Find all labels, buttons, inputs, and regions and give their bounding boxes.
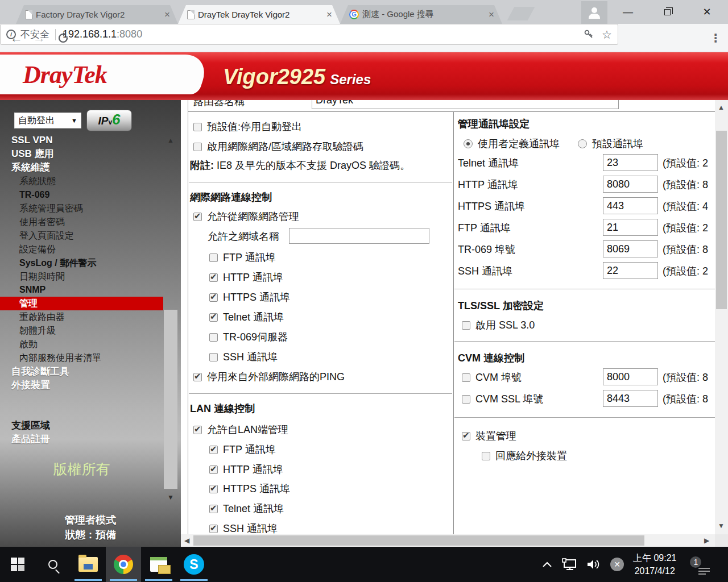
cvm-port-input[interactable] bbox=[603, 368, 658, 385]
router-name-input[interactable] bbox=[312, 100, 619, 109]
sidebar-item-admin-password[interactable]: 系統管理員密碼 bbox=[0, 202, 163, 215]
tr069-port-input[interactable] bbox=[603, 240, 658, 257]
vertical-scrollbar[interactable]: ▲ ▼ bbox=[715, 100, 728, 534]
http-port-input[interactable] bbox=[603, 176, 658, 193]
close-button[interactable]: ✕ bbox=[689, 0, 725, 24]
checkbox-checked[interactable] bbox=[193, 373, 202, 381]
checkbox-checked[interactable] bbox=[462, 432, 470, 440]
sidebar-item-support-area[interactable]: 支援區域 bbox=[0, 419, 163, 433]
chevron-up-icon[interactable] bbox=[542, 561, 552, 568]
checkbox-unchecked[interactable] bbox=[209, 333, 218, 342]
checkbox-checked[interactable] bbox=[209, 273, 218, 282]
checkbox-checked[interactable] bbox=[209, 465, 218, 474]
new-tab-button[interactable] bbox=[507, 7, 535, 20]
sidebar-item-snmp[interactable]: SNMP bbox=[0, 283, 163, 297]
checkbox-unchecked[interactable] bbox=[462, 395, 470, 404]
taskbar-file-explorer[interactable] bbox=[71, 547, 106, 582]
checkbox-checked[interactable] bbox=[209, 485, 218, 493]
sidebar-item-tr069[interactable]: TR-069 bbox=[0, 188, 163, 202]
sidebar-item-config-backup[interactable]: 設定備份 bbox=[0, 243, 163, 256]
taskbar-mail[interactable] bbox=[141, 547, 176, 582]
sidebar-item-internal-service[interactable]: 內部服務使用者清單 bbox=[0, 351, 163, 365]
horizontal-scrollbar-thumb[interactable] bbox=[193, 535, 644, 546]
checkbox-unchecked[interactable] bbox=[193, 123, 202, 131]
scroll-left-icon[interactable]: ◀ bbox=[184, 537, 189, 544]
respond-external-row: 回應給外接裝置 bbox=[482, 448, 567, 463]
ipv6-button[interactable]: IPv6 bbox=[86, 110, 132, 131]
sidebar-item-diagnostics[interactable]: 自我診斷工具 bbox=[0, 365, 163, 379]
vertical-scrollbar-thumb[interactable] bbox=[716, 131, 727, 309]
checkbox-checked[interactable] bbox=[209, 525, 218, 533]
cvm-ssl-port-input[interactable] bbox=[603, 390, 658, 407]
forward-button[interactable]: → bbox=[30, 28, 49, 48]
bookmark-star-icon[interactable]: ☆ bbox=[602, 28, 612, 41]
sidebar-item-ssl-vpn[interactable]: SSL VPN bbox=[0, 134, 163, 147]
tab-google-search[interactable]: 測速 - Google 搜尋 × bbox=[340, 5, 502, 24]
checkbox-checked[interactable] bbox=[209, 446, 218, 454]
sidebar-item-external-devices[interactable]: 外接裝置 bbox=[0, 379, 163, 392]
radio-selected[interactable] bbox=[464, 139, 473, 148]
checkbox-unchecked[interactable] bbox=[209, 253, 218, 262]
profile-avatar[interactable] bbox=[581, 1, 607, 24]
sidebar-item-usb[interactable]: USB 應用 bbox=[0, 147, 163, 161]
taskbar-search-button[interactable] bbox=[35, 547, 71, 582]
checkbox-unchecked[interactable] bbox=[193, 143, 202, 151]
minimize-button[interactable]: — bbox=[610, 0, 646, 24]
telnet-port-input[interactable] bbox=[603, 154, 658, 171]
sidebar-item-system-status[interactable]: 系統狀態 bbox=[0, 174, 163, 188]
horizontal-scrollbar[interactable]: ◀ ▶ bbox=[181, 534, 715, 547]
sidebar-item-activation[interactable]: 啟動 bbox=[0, 338, 163, 351]
tab-draytek-active[interactable]: DrayTek DrayTek Vigor2 × bbox=[178, 5, 340, 24]
reload-button[interactable] bbox=[53, 28, 73, 48]
sidebar-item-time-date[interactable]: 日期與時間 bbox=[0, 270, 163, 284]
scroll-right-icon[interactable]: ▶ bbox=[704, 537, 709, 544]
key-icon[interactable] bbox=[584, 30, 594, 39]
taskbar-clock[interactable]: 上午 09:21 2017/4/12 bbox=[633, 551, 676, 577]
radio-unselected[interactable] bbox=[578, 139, 587, 148]
taskbar-chrome-active[interactable] bbox=[106, 547, 141, 582]
tab-close-icon[interactable]: × bbox=[324, 9, 334, 20]
speaker-icon[interactable] bbox=[586, 558, 601, 571]
sidebar-item-management-selected[interactable]: 管理 bbox=[0, 297, 163, 310]
scroll-up-icon[interactable]: ▲ bbox=[718, 103, 725, 111]
ssh-port-input[interactable] bbox=[603, 262, 658, 279]
checkbox-checked[interactable] bbox=[209, 505, 218, 513]
taskbar-skype[interactable]: S bbox=[176, 547, 212, 582]
checkbox-unchecked[interactable] bbox=[482, 452, 490, 460]
tab-close-icon[interactable]: × bbox=[486, 9, 497, 20]
checkbox-checked[interactable] bbox=[193, 426, 202, 434]
back-button[interactable]: ← bbox=[7, 28, 26, 48]
checkbox-checked[interactable] bbox=[193, 213, 202, 221]
tr069-port-label: TR-069 埠號 bbox=[458, 242, 515, 257]
checkbox-unchecked[interactable] bbox=[462, 373, 470, 382]
sidebar-scroll-up-icon[interactable]: ▲ bbox=[164, 136, 177, 145]
checkbox-label: CVM 埠號 bbox=[475, 371, 522, 384]
sidebar-item-reboot[interactable]: 重啟路由器 bbox=[0, 310, 163, 324]
https-port-input[interactable] bbox=[603, 197, 658, 214]
checkbox-checked[interactable] bbox=[209, 293, 218, 302]
sidebar-scroll-down-icon[interactable]: ▼ bbox=[164, 493, 177, 502]
restore-button[interactable] bbox=[650, 0, 685, 24]
sidebar-item-user-password[interactable]: 使用者密碼 bbox=[0, 215, 163, 229]
network-icon[interactable] bbox=[561, 558, 577, 571]
checkbox-unchecked[interactable] bbox=[209, 353, 218, 361]
tab-factory-draytek[interactable]: Factory DrayTek Vigor2 × bbox=[16, 5, 178, 24]
domain-name-input[interactable] bbox=[289, 228, 429, 244]
checkbox-unchecked[interactable] bbox=[462, 321, 470, 330]
sidebar-scrollbar-thumb[interactable] bbox=[164, 310, 177, 489]
address-bar[interactable]: i 不安全 192.168.1.1 :8080 ☆ bbox=[0, 24, 618, 45]
start-button[interactable] bbox=[0, 547, 35, 582]
https-port-label: HTTPS 通訊埠 bbox=[458, 199, 525, 214]
sidebar-item-system-maintenance[interactable]: 系統維護 bbox=[0, 161, 163, 174]
checkbox-checked[interactable] bbox=[209, 313, 218, 322]
browser-menu-button[interactable]: ⋮ bbox=[707, 30, 724, 47]
auto-logout-select[interactable]: 自動登出 ▼ bbox=[14, 113, 81, 128]
tab-close-icon[interactable]: × bbox=[162, 9, 172, 20]
sidebar-item-product-registration[interactable]: 產品註冊 bbox=[0, 433, 163, 446]
sidebar-item-syslog[interactable]: SysLog / 郵件警示 bbox=[0, 256, 163, 270]
ftp-port-input[interactable] bbox=[603, 219, 658, 236]
sidebar-item-login-page[interactable]: 登入頁面設定 bbox=[0, 229, 163, 243]
x-circle-icon[interactable]: ✕ bbox=[610, 558, 624, 571]
sidebar-item-firmware-upgrade[interactable]: 韌體升級 bbox=[0, 324, 163, 338]
scroll-down-icon[interactable]: ▼ bbox=[718, 522, 725, 530]
